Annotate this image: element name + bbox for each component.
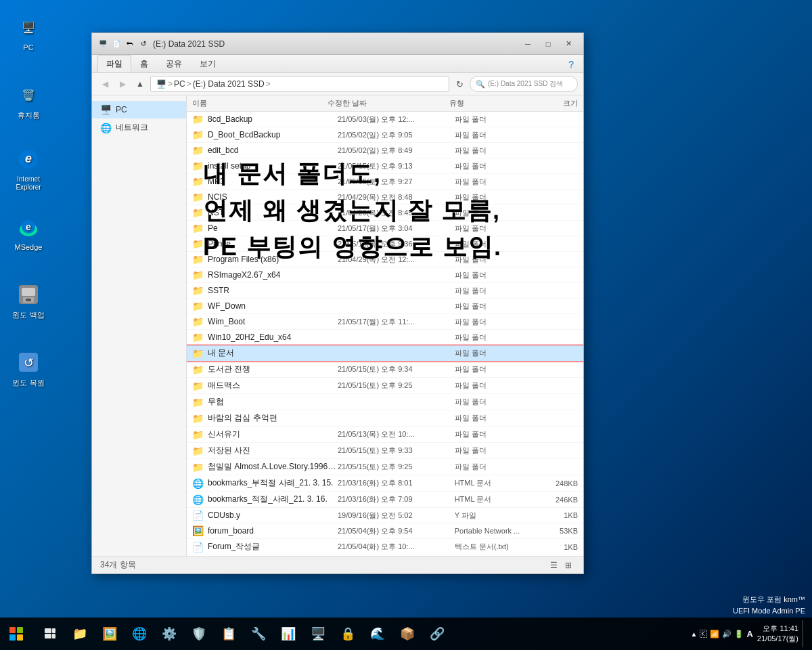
view-icons: ☰ ⊞ (547, 559, 575, 572)
table-row[interactable]: 📁Wim_Boot21/05/17(월) 오후 11:...파일 폴더 (187, 314, 583, 330)
col-header-name[interactable]: 이름 (192, 98, 328, 108)
file-name: 8cd_Backup (208, 114, 338, 124)
taskbar-item3[interactable]: ⚙️ (156, 620, 183, 647)
col-header-date[interactable]: 수정한 날짜 (328, 98, 449, 108)
taskbar-search[interactable] (37, 620, 64, 647)
tray-battery[interactable]: 🔋 (734, 630, 744, 638)
table-row[interactable]: 🌐bookmarks_적절_사례_21. 3. 16.21/03/16(화) 오… (187, 492, 583, 508)
svg-text:e: e (25, 152, 32, 165)
desktop-icon-recycle[interactable]: 🗑️ 휴지통 (8, 81, 49, 120)
tray-network[interactable]: 📶 (710, 630, 719, 638)
table-row[interactable]: 📁8cd_Backup21/05/03(월) 오후 12:...파일 폴더 (187, 112, 583, 127)
table-row[interactable]: 📁Pe21/05/17(월) 오후 3:04파일 폴더 (187, 221, 583, 236)
svg-rect-14 (52, 634, 55, 638)
desktop-icon-ie[interactable]: e InternetExplorer (8, 146, 49, 192)
tray-volume[interactable]: 🔊 (722, 630, 731, 638)
table-row[interactable]: 📁저장된 사진21/05/15(토) 오후 9:33파일 폴더 (187, 443, 583, 459)
table-row[interactable]: 📁무협파일 폴더 (187, 394, 583, 410)
table-row[interactable]: 📁Program Files (x86)21/04/29(목) 오전 12:..… (187, 252, 583, 267)
maximize-button[interactable]: □ (539, 37, 558, 51)
ie-icon-label: InternetExplorer (16, 175, 41, 192)
table-row[interactable]: 📁Win10_20H2_Edu_x64파일 폴더 (187, 330, 583, 345)
refresh-button[interactable]: ↻ (452, 77, 467, 91)
main-area: 🖥️ PC 🌐 네트워크 이름 수정한 날짜 유형 크기 📁8cd_Backup… (92, 95, 583, 556)
table-row[interactable]: 📁도서관 전쟁21/05/15(토) 오후 9:34파일 폴더 (187, 362, 583, 378)
table-row[interactable]: 📄CDUsb.y19/09/16(월) 오전 5:02Y 파일1KB (187, 508, 583, 523)
taskbar-item7[interactable]: 📊 (275, 620, 302, 647)
tab-file[interactable]: 파일 (97, 55, 131, 72)
file-name: 무협 (208, 396, 338, 408)
show-desktop-button[interactable] (803, 620, 807, 647)
close-button[interactable]: ✕ (559, 37, 578, 51)
sidebar-item-network[interactable]: 🌐 네트워크 (92, 118, 186, 137)
file-date: 21/05/13(목) 오전 10:... (338, 429, 455, 439)
tray-arrow[interactable]: ▲ (691, 630, 698, 638)
file-name: CDUsb.y (208, 511, 338, 520)
table-row[interactable]: 📁MP321/05/15(토) 오후 9:27파일 폴더 (187, 174, 583, 190)
file-name: Program Files (x86) (208, 255, 338, 264)
table-row[interactable]: 📁D_Boot_BcdBackup21/05/02(일) 오후 9:05파일 폴… (187, 127, 583, 143)
taskbar-item1[interactable]: 🖼️ (96, 620, 123, 647)
file-name: Prince (208, 239, 338, 248)
table-row[interactable]: 📁매드맥스21/05/15(토) 오후 9:25파일 폴더 (187, 378, 583, 394)
desktop-icon-winrestore[interactable]: ↺ 윈도 복원 (8, 349, 49, 387)
taskbar-item8[interactable]: 🖥️ (304, 620, 332, 647)
file-name: Wim_Boot (208, 317, 338, 326)
help-icon[interactable]: ? (564, 56, 578, 72)
table-row[interactable]: 📄Forum_작성글21/05/04(화) 오후 10:...텍스트 문서(.t… (187, 539, 583, 555)
taskbar-explorer[interactable]: 📁 (66, 620, 93, 647)
taskbar-item5[interactable]: 📋 (215, 620, 242, 647)
search-box[interactable]: 🔍 (E:) Data 2021 SSD 검색 (470, 76, 578, 92)
table-row[interactable]: 📁WF_Down파일 폴더 (187, 299, 583, 314)
table-row[interactable]: 📁Prince21/05/13(목) 오후 9:36파일 폴더 (187, 236, 583, 252)
file-name: SSTR (208, 286, 338, 295)
desktop-icon-msedge[interactable]: e MSedge (8, 213, 49, 252)
details-view-button[interactable]: ☰ (547, 559, 560, 572)
file-name: Forum_작성글 (208, 541, 338, 552)
table-row[interactable]: 📁SSTR파일 폴더 (187, 283, 583, 299)
col-header-type[interactable]: 유형 (449, 98, 531, 108)
tab-home[interactable]: 홈 (131, 55, 157, 72)
table-row[interactable]: 📁신서유기21/05/13(목) 오전 10:...파일 폴더 (187, 427, 583, 443)
file-date: 21/05/17(월) 오후 11:... (338, 317, 455, 327)
start-button[interactable] (0, 618, 32, 650)
taskbar-item10[interactable]: 🌊 (364, 620, 391, 647)
desktop-icon-pc[interactable]: 🖥️ PC (8, 14, 49, 52)
taskbar-item9[interactable]: 🔒 (334, 620, 361, 647)
minimize-button[interactable]: ─ (518, 37, 537, 51)
taskbar-item11[interactable]: 📦 (394, 620, 421, 647)
sidebar-item-pc[interactable]: 🖥️ PC (92, 101, 186, 118)
tiles-view-button[interactable]: ⊞ (562, 559, 575, 572)
ie-icon: e (15, 146, 42, 173)
file-type-icon: 📄 (192, 510, 204, 521)
table-row[interactable]: 📁내 문서파일 폴더 (187, 345, 583, 362)
file-type-icon: 🌐 (192, 494, 204, 505)
window-icon-refresh: ↺ (138, 39, 149, 49)
taskbar-item12[interactable]: 🔗 (424, 620, 451, 647)
forward-button[interactable]: ▶ (115, 77, 130, 91)
table-row[interactable]: 🌐bookmarks_부적절 사례_21. 3. 15.21/03/16(화) … (187, 475, 583, 492)
tab-view[interactable]: 보기 (191, 55, 225, 72)
clock[interactable]: 오후 11:41 21/05/17(월) (757, 624, 798, 645)
address-path[interactable]: 🖥️ > PC > (E:) Data 2021 SSD > (150, 76, 449, 92)
table-row[interactable]: 🖼️forum_board21/05/04(화) 오후 9:54Portable… (187, 523, 583, 539)
taskbar-item4[interactable]: 🛡️ (185, 620, 212, 647)
taskbar-item6[interactable]: 🔧 (245, 620, 272, 647)
file-date: 21/05/04(화) 오후 9:54 (338, 526, 455, 536)
table-row[interactable]: 📁NST21/04/29(목) 오전 8:45파일 폴더 (187, 205, 583, 221)
desktop-icon-winbackup[interactable]: 윈도 백업 (8, 281, 49, 320)
table-row[interactable]: 📁install setup21/05/15(토) 오후 9:13파일 폴더 (187, 158, 583, 174)
table-row[interactable]: 📁바람의 검심 추억편파일 폴더 (187, 410, 583, 427)
table-row[interactable]: 📁edit_bcd21/05/02(일) 오후 8:49파일 폴더 (187, 143, 583, 158)
file-date: 21/05/03(월) 오후 12:... (338, 114, 455, 125)
table-row[interactable]: 📁NCIS21/04/29(목) 오전 8:48파일 폴더 (187, 190, 583, 205)
up-button[interactable]: ▲ (133, 77, 148, 91)
table-row[interactable]: 📁RSImageX2.67_x64파일 폴더 (187, 267, 583, 283)
back-button[interactable]: ◀ (97, 77, 112, 91)
taskbar-item2[interactable]: 🌐 (126, 620, 153, 647)
tab-share[interactable]: 공유 (157, 55, 191, 72)
col-header-size[interactable]: 크기 (531, 98, 578, 108)
file-type: 파일 폴더 (455, 208, 533, 218)
table-row[interactable]: 📁첨밀밀 Almost.A.Love.Story.1996.XviD....21… (187, 459, 583, 475)
file-name: Pe (208, 223, 338, 233)
